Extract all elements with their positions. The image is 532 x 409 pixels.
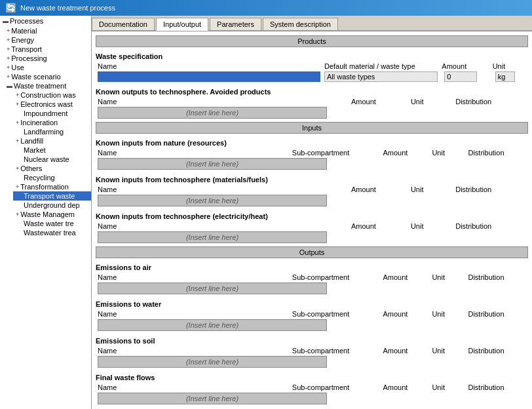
insert-cell-soil[interactable]: (Insert line here) <box>98 356 327 368</box>
insert-cell-final-waste[interactable]: (Insert line here) <box>98 393 327 404</box>
waste-amount-input[interactable]: 0 <box>444 71 477 82</box>
sidebar-label: Energy <box>11 36 34 44</box>
col-header-distribution: Distribution <box>453 97 528 106</box>
emissions-soil-table: Name Sub-compartment Amount Unit Distrib… <box>96 346 528 368</box>
sidebar-item-incineration[interactable]: + Incineration <box>13 118 91 127</box>
sidebar-item-use[interactable]: + Use <box>5 63 91 72</box>
known-outputs-title: Known outputs to technosphere. Avoided p… <box>96 88 528 96</box>
waste-type-input[interactable]: All waste types <box>324 71 438 82</box>
sidebar-item-material[interactable]: + Material <box>5 26 91 35</box>
col-header-amount: Amount <box>349 97 409 106</box>
col-header-subcomp: Sub-compartment <box>290 148 381 157</box>
expand-icon: + <box>16 92 19 98</box>
col-header-amount: Amount <box>381 383 430 392</box>
col-header-name: Name <box>96 383 290 392</box>
sidebar-item-underground-dep[interactable]: Underground dep <box>13 201 91 210</box>
waste-spec-title: Waste specification <box>96 52 528 60</box>
insert-cell-tech[interactable]: (Insert line here) <box>98 195 327 206</box>
insert-row-nature[interactable]: (Insert line here) <box>96 157 528 170</box>
sidebar-label: Market <box>24 146 46 154</box>
insert-cell-outputs[interactable]: (Insert line here) <box>98 107 327 119</box>
col-header-unit: Unit <box>409 185 453 194</box>
col-header-distribution: Distribution <box>466 346 528 355</box>
tab-input-output[interactable]: Input/output <box>156 18 208 31</box>
col-header-amount: Amount <box>381 273 430 282</box>
inputs-header: Inputs <box>96 122 528 134</box>
sidebar-item-wastewater-treat[interactable]: Wastewater trea <box>13 228 91 237</box>
col-header-name: Name <box>96 185 349 194</box>
col-header-distribution: Distribution <box>453 185 528 194</box>
sidebar-label: Others <box>20 165 42 172</box>
col-header-name: Name <box>96 309 290 319</box>
sidebar-item-waste-treatment[interactable]: ▬ Waste treatment <box>5 81 91 90</box>
known-inputs-tech-title: Known inputs from technosphere (material… <box>96 176 528 184</box>
sidebar-item-impoundment[interactable]: Impoundment <box>13 109 91 118</box>
col-header-unit: Unit <box>430 383 466 392</box>
tab-bar: Documentation Input/output Parameters Sy… <box>92 16 532 31</box>
insert-row-elec[interactable]: (Insert line here) <box>96 231 528 244</box>
col-header-name: Name <box>96 346 290 355</box>
insert-cell-nature[interactable]: (Insert line here) <box>98 158 327 170</box>
expand-icon: + <box>7 28 10 34</box>
sidebar-item-transformation[interactable]: + Transformation <box>13 182 91 191</box>
expand-icon: + <box>16 138 19 144</box>
emissions-water-table: Name Sub-compartment Amount Unit Distrib… <box>96 309 528 332</box>
insert-row-final-waste[interactable]: (Insert line here) <box>96 392 528 405</box>
col-header-name: Name <box>96 273 290 282</box>
sidebar-label: Processing <box>11 54 47 62</box>
sidebar-item-processes[interactable]: ▬ Processes <box>0 16 91 26</box>
sidebar-item-waste-water-tre[interactable]: Waste water tre <box>13 219 91 228</box>
insert-row-soil[interactable]: (Insert line here) <box>96 355 528 368</box>
waste-unit-input[interactable]: kg <box>495 71 515 82</box>
tab-parameters[interactable]: Parameters <box>210 18 261 30</box>
insert-cell-water[interactable]: (Insert line here) <box>98 319 327 331</box>
sidebar-label: Material <box>11 27 37 35</box>
tab-system-description[interactable]: System description <box>263 18 338 30</box>
sidebar-label: Underground dep <box>24 201 80 209</box>
insert-row-outputs[interactable]: (Insert line here) <box>96 106 528 119</box>
known-inputs-nature-title: Known inputs from nature (resources) <box>96 139 528 147</box>
col-header-name: Name <box>96 222 349 231</box>
sidebar-label: Waste Managem <box>20 210 75 218</box>
insert-row-tech[interactable]: (Insert line here) <box>96 194 528 207</box>
expand-icon: + <box>16 165 19 172</box>
sidebar-item-recycling[interactable]: Recycling <box>13 173 91 182</box>
insert-row-air[interactable]: (Insert line here) <box>96 282 528 295</box>
sidebar-label: Waste water tre <box>24 220 74 227</box>
sidebar-item-waste-scenario[interactable]: + Waste scenario <box>5 72 91 81</box>
sidebar-item-construction-waste[interactable]: + Construction was <box>13 90 91 100</box>
col-header-distribution: Distribution <box>466 309 528 319</box>
sidebar-item-waste-management[interactable]: + Waste Managem <box>13 210 91 219</box>
sidebar-item-landfarming[interactable]: Landfarming <box>13 127 91 136</box>
sidebar-label: Nuclear waste <box>24 155 69 163</box>
expand-icon: + <box>7 73 10 80</box>
sidebar-item-landfill[interactable]: + Landfill <box>13 136 91 146</box>
sidebar-label: Landfill <box>20 137 43 145</box>
sidebar-item-market[interactable]: Market <box>13 146 91 155</box>
sidebar-item-processing[interactable]: + Processing <box>5 54 91 63</box>
insert-row-water[interactable]: (Insert line here) <box>96 319 528 332</box>
tab-documentation[interactable]: Documentation <box>92 18 155 30</box>
sidebar-item-transport[interactable]: + Transport <box>5 45 91 54</box>
sidebar-label: Wastewater trea <box>24 229 76 237</box>
col-header-subcomp: Sub-compartment <box>290 309 381 319</box>
expand-icon: + <box>7 37 10 43</box>
sidebar-label: Landfarming <box>24 128 64 136</box>
sidebar-item-transport-waste[interactable]: Transport waste <box>13 191 91 201</box>
expand-icon: + <box>16 211 19 218</box>
waste-name-input[interactable] <box>98 71 320 82</box>
sidebar-item-electronics-waste[interactable]: + Electronics wast <box>13 100 91 109</box>
insert-cell-air[interactable]: (Insert line here) <box>98 282 327 294</box>
insert-cell-elec[interactable]: (Insert line here) <box>98 231 327 243</box>
col-header-amount: Amount <box>381 346 430 355</box>
sidebar-label: Electronics wast <box>20 100 72 108</box>
sidebar-item-energy[interactable]: + Energy <box>5 35 91 45</box>
sidebar-label: Recycling <box>24 174 55 182</box>
sidebar-label: Transformation <box>20 183 69 191</box>
sidebar-label: Processes <box>10 17 43 25</box>
sidebar-label: Waste scenario <box>11 73 60 81</box>
col-header-subcomp: Sub-compartment <box>290 273 381 282</box>
sidebar-item-nuclear-waste[interactable]: Nuclear waste <box>13 155 91 164</box>
expand-icon: + <box>16 119 19 126</box>
sidebar-item-others[interactable]: + Others <box>13 164 91 173</box>
